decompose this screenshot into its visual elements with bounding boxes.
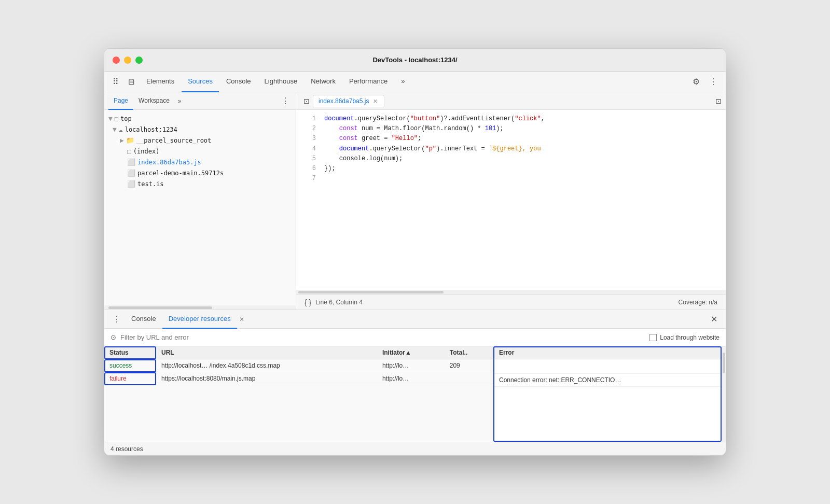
sidebar-more-button[interactable]: » (175, 95, 185, 107)
vertical-scrollbar[interactable] (722, 346, 726, 442)
tab-workspace[interactable]: Workspace (133, 92, 175, 110)
col-status: Status (104, 346, 156, 359)
line-number-4: 4 (300, 144, 316, 154)
cloud-icon: ☁ (119, 125, 123, 133)
line-number-5: 5 (300, 154, 316, 164)
load-website-label: Load through website (660, 334, 720, 341)
error-cell-2: Connection error: net::ERR_CONNECTIO… (494, 374, 722, 387)
tab-elements[interactable]: Elements (140, 72, 181, 92)
maximize-button[interactable] (135, 57, 143, 64)
col-total[interactable]: Total.. (445, 346, 493, 359)
load-website-checkbox[interactable] (649, 334, 657, 341)
arrow-right-icon: ▶ (120, 136, 124, 144)
close-bottom-pane-button[interactable]: ✕ (707, 312, 722, 326)
scrollbar-thumb[interactable] (298, 291, 444, 293)
table-row[interactable]: failure https://localhost:8080/main.js.m… (104, 372, 493, 385)
tab-more[interactable]: » (395, 72, 411, 92)
tab-performance[interactable]: Performance (343, 72, 394, 92)
code-tab-label: index.86da7ba5.js (319, 97, 369, 105)
bottom-status-bar: 4 resources (104, 442, 726, 455)
resources-table: Status URL Initiator▲ Total.. success ht… (104, 346, 493, 442)
code-pane: ⊡ index.86da7ba5.js ✕ ⊡ 1 document.query… (296, 92, 726, 310)
top-pane: Page Workspace » ⋮ ▼ □ top ▼ ☁ (104, 92, 726, 310)
line-content-1: document.querySelector("button")?.addEve… (324, 114, 545, 124)
tab-console-bottom[interactable]: Console (125, 310, 162, 329)
initiator-cell-1: http://lo… (377, 359, 445, 372)
error-cell-1 (494, 359, 722, 374)
bottom-more-button[interactable]: ⋮ (108, 312, 125, 326)
col-error: Error (494, 346, 722, 359)
tab-network[interactable]: Network (305, 72, 342, 92)
tree-item-index[interactable]: □ (index) (104, 146, 296, 157)
file-orange-icon-3: ⬜ (127, 180, 135, 188)
code-line-2: 2 const num = Math.floor(Math.random() *… (296, 124, 726, 134)
tree-item-parcel-root[interactable]: ▶ 📁 __parcel_source_root (104, 135, 296, 146)
content-area: Page Workspace » ⋮ ▼ □ top ▼ ☁ (104, 92, 726, 455)
tree-item-index-js[interactable]: ⬜ index.86da7ba5.js (104, 157, 296, 167)
code-line-4: 4 document.querySelector("p").innerText … (296, 144, 726, 154)
more-options-button[interactable]: ⋮ (705, 75, 722, 89)
tree-item-top[interactable]: ▼ □ top (104, 113, 296, 124)
tab-console[interactable]: Console (220, 72, 257, 92)
line-content-3: const greet = "Hello"; (324, 134, 421, 144)
file-blank-icon: □ (127, 147, 131, 155)
initiator-cell-2: http://lo… (377, 372, 445, 385)
tree-item-localhost[interactable]: ▼ ☁ localhost:1234 (104, 124, 296, 135)
sidebar-tabs: Page Workspace » ⋮ (104, 92, 296, 110)
tree-item-parcel-demo[interactable]: ⬜ parcel-demo-main.59712s (104, 167, 296, 178)
tab-page[interactable]: Page (108, 92, 133, 110)
folder-orange-icon: 📁 (126, 136, 134, 144)
error-table-header: Error (494, 346, 722, 359)
code-tab-close-button[interactable]: ✕ (372, 98, 379, 105)
titlebar: DevTools - localhost:1234/ (104, 49, 726, 72)
line-number-3: 3 (300, 134, 316, 144)
scrollbar-thumb-vertical[interactable] (723, 353, 725, 373)
close-button[interactable] (113, 57, 120, 64)
code-tab-indexjs[interactable]: index.86da7ba5.js ✕ (313, 95, 384, 107)
code-line-6: 6 }); (296, 164, 726, 174)
collapse-panel-button[interactable]: ⊡ (715, 97, 722, 105)
tab-dev-resources-close[interactable]: ✕ (237, 316, 246, 323)
main-toolbar: ⠿ ⊟ Elements Sources Console Lighthouse … (104, 72, 726, 92)
arrow-down-icon: ▼ (108, 115, 113, 122)
line-content-6: }); (324, 164, 336, 174)
col-initiator[interactable]: Initiator▲ (377, 346, 445, 359)
code-horizontal-scrollbar[interactable] (296, 290, 726, 294)
settings-icon-button[interactable]: ⚙ (688, 75, 704, 89)
sidebar-toggle-button[interactable]: ⊡ (300, 95, 313, 107)
code-line-7: 7 (296, 174, 726, 184)
minimize-button[interactable] (124, 57, 131, 64)
tab-developer-resources[interactable]: Developer resources (162, 310, 237, 329)
tab-lighthouse[interactable]: Lighthouse (258, 72, 304, 92)
table-row[interactable]: success http://localhost… /index.4a508c1… (104, 359, 493, 372)
line-content-7 (324, 174, 328, 184)
error-row-2: Connection error: net::ERR_CONNECTIO… (494, 374, 722, 387)
sidebar-dots-button[interactable]: ⋮ (279, 94, 292, 108)
total-cell-1: 209 (445, 359, 493, 372)
error-table-body: Connection error: net::ERR_CONNECTIO… (494, 359, 722, 387)
format-button[interactable]: { } (305, 298, 311, 306)
device-toggle-button[interactable]: ⊟ (124, 75, 139, 89)
code-editor[interactable]: 1 document.querySelector("button")?.addE… (296, 110, 726, 290)
error-pane: Error Connection error: net::ERR_CONNECT… (493, 346, 722, 442)
file-orange-icon-2: ⬜ (127, 169, 135, 177)
tree-item-test[interactable]: ⬜ test.is (104, 178, 296, 189)
code-tabs: ⊡ index.86da7ba5.js ✕ ⊡ (296, 92, 726, 110)
line-number-2: 2 (300, 124, 316, 134)
sidebar: Page Workspace » ⋮ ▼ □ top ▼ ☁ (104, 92, 296, 310)
code-line-5: 5 console.log(num); (296, 154, 726, 164)
inspect-element-button[interactable]: ⠿ (108, 75, 123, 89)
code-line-1: 1 document.querySelector("button")?.addE… (296, 114, 726, 124)
line-content-2: const num = Math.floor(Math.random() * 1… (324, 124, 504, 134)
bottom-tabs: ⋮ Console Developer resources ✕ ✕ (104, 310, 726, 329)
line-number-6: 6 (300, 164, 316, 174)
filter-input[interactable] (120, 333, 645, 341)
table-area: Status URL Initiator▲ Total.. success ht… (104, 346, 726, 442)
table-body: success http://localhost… /index.4a508c1… (104, 359, 493, 385)
line-number-1: 1 (300, 114, 316, 124)
bottom-pane: ⋮ Console Developer resources ✕ ✕ ⊙ Load… (104, 310, 726, 455)
tab-sources[interactable]: Sources (182, 72, 219, 92)
line-content-5: console.log(num); (324, 154, 403, 164)
line-number-7: 7 (300, 174, 316, 184)
col-url[interactable]: URL (156, 346, 377, 359)
